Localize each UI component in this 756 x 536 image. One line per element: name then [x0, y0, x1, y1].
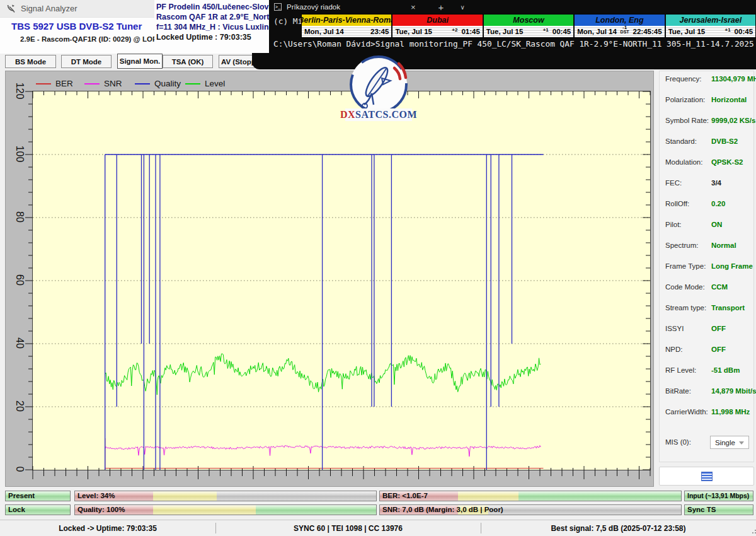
- level-meter: Level: 34%: [74, 491, 377, 501]
- clock-date: Tue, Jul 15: [668, 28, 725, 35]
- tab-signal-mon[interactable]: Signal Mon.: [117, 54, 163, 69]
- clock-london-eng: London, EngMon, Jul 14-1DST22:45:45: [575, 15, 665, 37]
- param-value: -51 dBm: [711, 366, 740, 374]
- tab-dt-mode[interactable]: DT Mode: [61, 55, 112, 68]
- legend-line-swatch: [185, 83, 200, 84]
- status-bar: Locked -> Uptime: 79:03:35 SYNC 60 | TEI…: [0, 520, 756, 536]
- param-value: 9999,02 KS/s: [711, 117, 755, 124]
- param-label: RollOff:: [665, 200, 689, 207]
- legend-line-swatch: [84, 83, 100, 84]
- param-label: Polarization:: [665, 96, 705, 103]
- terminal-tab-title[interactable]: Príkazový riadok: [287, 3, 340, 11]
- param-value: 14,879 Mbit/s: [711, 387, 756, 395]
- clock-date: Mon, Jul 14: [304, 28, 370, 35]
- tab-dropdown-icon[interactable]: ∨: [460, 4, 464, 11]
- note-line-1: PF Prodelin 450/Lučenec-Slovakia: [156, 2, 271, 12]
- clock-city-label: Moscow: [484, 15, 573, 26]
- transport-stream-button[interactable]: [659, 467, 754, 486]
- logo-dx: DX: [340, 109, 355, 120]
- stream-list-icon: [701, 472, 713, 481]
- y-tick-label: 40: [14, 337, 25, 349]
- param-value: QPSK-S2: [711, 158, 743, 166]
- input-label: Input (~13,91 Mbps): [685, 491, 753, 501]
- tab-bs-mode[interactable]: BS Mode: [5, 55, 56, 68]
- dxsatcs-logo: DXSATCS.COM: [340, 53, 417, 124]
- y-tick-label: 20: [14, 400, 25, 412]
- clock-date: Tue, Jul 15: [395, 28, 452, 35]
- param-spectrum: Spectrum:Normal: [660, 242, 753, 254]
- param-code-mode: Code Mode:CCM: [660, 283, 753, 296]
- clock-city-label: Berlin-Paris-Vienna-Roma: [302, 15, 391, 26]
- legend-label: SNR: [104, 79, 122, 88]
- clock-utc-offset: +1: [543, 28, 549, 32]
- tuner-title: TBS 5927 USB DVB-S2 Tuner: [11, 21, 142, 32]
- legend-snr: SNR: [84, 79, 122, 88]
- terminal-copyright-text: (c) Mi: [273, 16, 302, 26]
- param-label: CarrierWidth:: [665, 408, 708, 416]
- parameter-panel: Frequency:11304,979 MHzPolarization:Hori…: [659, 71, 754, 462]
- clock-date: Mon, Jul 14: [577, 28, 620, 35]
- sync-ts-indicator: Sync TS: [684, 504, 753, 515]
- param-symbol-rate: Symbol Rate:9999,02 KS/s: [660, 117, 753, 129]
- param-value: 11304,979 MHz: [711, 75, 756, 83]
- clock-utc-offset: -1DST: [621, 25, 629, 34]
- present-label: Present: [6, 491, 70, 501]
- antenna-note: PF Prodelin 450/Lučenec-Slovakia Rascom …: [154, 0, 271, 54]
- y-tick-label: 60: [14, 274, 25, 286]
- close-tab-icon[interactable]: ×: [411, 3, 416, 12]
- param-issyi: ISSYIOFF: [660, 325, 753, 337]
- param-value: OFF: [711, 325, 726, 332]
- world-clocks-bar: Berlin-Paris-Vienna-RomaMon, Jul 1423:45…: [301, 14, 756, 38]
- ber-meter: BER: <1.0E-7: [379, 491, 682, 501]
- param-value: CCM: [711, 283, 728, 291]
- terminal-prompt-line: C:\Users\Roman Dávid>Signal monitoring_P…: [273, 39, 754, 49]
- satellite-dish-logo-icon: DXSATCS.COM: [340, 53, 417, 124]
- clock-dubai: DubaiTue, Jul 15+201:45: [392, 15, 483, 37]
- param-value: Horizontal: [711, 96, 747, 103]
- param-value: Transport: [711, 304, 745, 312]
- new-tab-icon[interactable]: +: [438, 2, 444, 13]
- svg-text:DXSATCS.COM: DXSATCS.COM: [340, 109, 417, 120]
- y-tick-label: 100: [14, 146, 25, 163]
- param-stream-type: Stream type:Transport: [660, 304, 753, 317]
- app-icon: [6, 4, 16, 13]
- legend-line-swatch: [135, 83, 150, 84]
- clock-time: 00:45: [553, 28, 571, 35]
- param-value: OFF: [711, 346, 726, 353]
- resize-grip[interactable]: [752, 532, 753, 533]
- note-line-2: Rascom QAF 1R at 2.9°E_North: [156, 12, 271, 22]
- mis-select[interactable]: Single: [710, 436, 749, 449]
- param-label: Frequency:: [665, 75, 702, 83]
- param-label: Stream type:: [665, 304, 706, 312]
- param-value: Normal: [711, 242, 736, 249]
- lock-indicator: Lock: [5, 504, 71, 515]
- present-indicator: Present: [5, 491, 71, 501]
- legend-level: Level: [185, 79, 225, 88]
- param-polarization: Polarization:Horizontal: [660, 96, 753, 108]
- cmd-icon: >_: [274, 3, 282, 11]
- tab-tsa-ok[interactable]: TSA (OK): [163, 55, 213, 68]
- note-line-4: Locked Uptime : 79:03:35: [156, 32, 271, 42]
- legend-line-swatch: [36, 83, 51, 84]
- terminal-tab-bar: >_ Príkazový riadok × + ∨: [269, 0, 756, 14]
- param-value: DVB-S2: [711, 137, 738, 145]
- param-frequency: Frequency:11304,979 MHz: [660, 75, 753, 88]
- param-label: BitRate:: [665, 387, 691, 395]
- legend-quality: Quality: [135, 79, 181, 88]
- y-tick-label: 0: [14, 467, 25, 472]
- param-value: ON: [711, 221, 722, 228]
- legend-label: Quality: [154, 79, 181, 88]
- clock-berlin-paris-vienna-roma: Berlin-Paris-Vienna-RomaMon, Jul 1423:45: [302, 15, 392, 37]
- param-label: RF Level:: [665, 366, 696, 374]
- param-npd: NPD:OFF: [660, 346, 753, 358]
- quality-label: Quality: 100%: [75, 505, 376, 515]
- signal-plot-area: [32, 91, 651, 470]
- param-value: 11,998 MHz: [711, 408, 750, 416]
- clock-time-row: Tue, Jul 15+201:45: [392, 26, 482, 37]
- clock-time-row: Mon, Jul 14-1DST22:45:45: [575, 26, 664, 37]
- clock-time-row: Tue, Jul 15+100:45: [484, 26, 573, 37]
- param-pilot: Pilot:ON: [660, 221, 753, 233]
- mis-label: MIS (0):: [665, 438, 691, 446]
- ber-label: BER: <1.0E-7: [380, 491, 681, 501]
- clock-city-label: Jerusalem-Israel: [666, 15, 755, 26]
